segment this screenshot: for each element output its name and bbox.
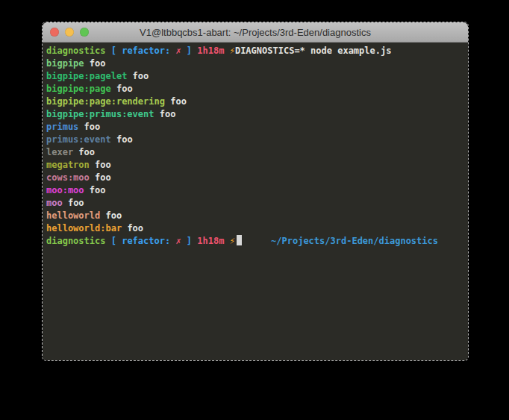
terminal-line: megatron foo — [46, 159, 468, 172]
prompt-line-2: diagnostics [ refactor: ✗ ] 1h18m ⚡~/Pro… — [46, 235, 468, 248]
terminal-line: primus foo — [46, 121, 468, 134]
terminal-line: helloworld foo — [46, 210, 468, 222]
term-text: bigpipe:page:rendering — [46, 96, 165, 107]
terminal-line: cows:moo foo — [46, 172, 468, 184]
terminal-line: bigpipe:page foo — [46, 83, 468, 95]
term-text: primus:event — [46, 134, 111, 145]
terminal-line: bigpipe foo — [46, 57, 468, 70]
term-text: helloworld — [46, 210, 100, 221]
line-content: megatron foo — [46, 159, 111, 172]
line-content: helloworld foo — [46, 210, 122, 222]
line-content: helloworld:bar foo — [46, 222, 143, 235]
terminal-line: bigpipe:primus:event foo — [46, 108, 468, 121]
term-text: moo — [46, 198, 63, 208]
term-text: ] — [181, 46, 198, 56]
term-text: foo — [111, 134, 133, 145]
term-text: [ refactor: — [105, 236, 175, 246]
terminal-window: V1@ltbbqcbs1-abart: ~/Projects/3rd-Eden/… — [43, 22, 468, 360]
term-text: 1h18m — [197, 236, 224, 246]
term-text: ✗ — [175, 236, 181, 246]
term-text: ~/Projects/3rd-Eden/diagnostics — [271, 236, 438, 246]
titlebar[interactable]: V1@ltbbqcbs1-abart: ~/Projects/3rd-Eden/… — [43, 22, 468, 43]
term-text: ] — [181, 236, 198, 246]
term-text: foo — [78, 122, 100, 132]
term-text: foo — [84, 185, 106, 195]
minimize-button[interactable] — [65, 28, 74, 37]
line-content: moo:moo foo — [46, 184, 105, 197]
term-text: moo:moo — [46, 185, 84, 195]
term-text: lexer — [46, 147, 73, 157]
term-text: bigpipe:primus:event — [46, 109, 154, 119]
line-content: bigpipe:page foo — [46, 83, 133, 95]
term-text — [224, 236, 229, 246]
term-text: foo — [154, 109, 176, 119]
window-title: V1@ltbbqcbs1-abart: ~/Projects/3rd-Eden/… — [140, 27, 371, 38]
term-text: cows:moo — [46, 172, 90, 183]
term-text: foo — [90, 172, 111, 183]
prompt-line-1: diagnostics [ refactor: ✗ ] 1h18m ⚡DIAGN… — [46, 45, 468, 57]
term-text: megatron — [46, 160, 90, 170]
term-text: foo — [127, 71, 149, 81]
line-content: primus foo — [46, 121, 100, 134]
line-content: moo foo — [46, 197, 84, 210]
term-text: foo — [63, 198, 84, 208]
term-text: ⚡ — [230, 236, 235, 246]
term-text — [224, 46, 229, 56]
terminal-line: lexer foo — [46, 146, 468, 159]
terminal-line: moo:moo foo — [46, 184, 468, 197]
term-text: foo — [111, 84, 133, 94]
term-text: primus — [46, 122, 78, 132]
terminal-line: bigpipe:pagelet foo — [46, 70, 468, 83]
close-button[interactable] — [50, 28, 59, 37]
term-text: bigpipe:page — [46, 84, 111, 94]
term-text: foo — [100, 210, 122, 221]
term-text: DIAGNOSTICS=* node example.js — [235, 46, 392, 56]
term-text: foo — [84, 58, 106, 69]
line-content: diagnostics [ refactor: ✗ ] 1h18m ⚡ — [46, 235, 242, 248]
term-text: ⚡ — [230, 46, 235, 56]
right-prompt: ~/Projects/3rd-Eden/diagnostics — [271, 235, 438, 248]
line-content: lexer foo — [46, 146, 95, 159]
line-content: bigpipe:page:rendering foo — [46, 95, 187, 108]
line-content: bigpipe foo — [46, 57, 105, 70]
term-text: diagnostics — [46, 236, 105, 246]
line-content: bigpipe:primus:event foo — [46, 108, 175, 121]
terminal-line: helloworld:bar foo — [46, 222, 468, 235]
line-content: primus:event foo — [46, 134, 133, 146]
line-content: bigpipe:pagelet foo — [46, 70, 149, 83]
term-text: [ refactor: — [105, 46, 175, 56]
term-text: foo — [90, 160, 111, 170]
zoom-button[interactable] — [80, 28, 89, 37]
terminal-line: bigpipe:page:rendering foo — [46, 95, 468, 108]
line-content: diagnostics [ refactor: ✗ ] 1h18m ⚡DIAGN… — [46, 45, 391, 57]
term-text: helloworld:bar — [46, 223, 122, 233]
terminal-cursor — [237, 235, 242, 245]
term-text: diagnostics — [46, 46, 105, 56]
terminal-line: moo foo — [46, 197, 468, 210]
term-text: 1h18m — [197, 46, 224, 56]
term-text: foo — [165, 96, 187, 107]
term-text: ✗ — [175, 46, 181, 56]
term-text: bigpipe:pagelet — [46, 71, 127, 81]
term-text: bigpipe — [46, 58, 84, 69]
terminal-screen[interactable]: diagnostics [ refactor: ✗ ] 1h18m ⚡DIAGN… — [43, 43, 468, 360]
term-text: foo — [73, 147, 95, 157]
line-content: cows:moo foo — [46, 172, 111, 184]
term-text: foo — [122, 223, 143, 233]
traffic-lights — [50, 22, 89, 42]
terminal-line: primus:event foo — [46, 134, 468, 146]
